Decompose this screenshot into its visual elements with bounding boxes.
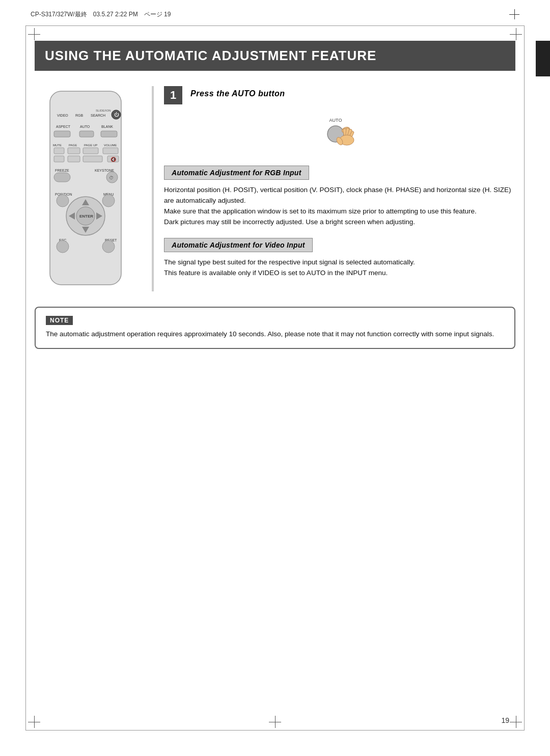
svg-rect-26	[68, 156, 80, 162]
crosshair-top-left	[28, 28, 40, 40]
svg-rect-12	[101, 131, 117, 137]
note-text: The automatic adjustment operation requi…	[46, 329, 504, 340]
page: CP-S317/327W/最終 03.5.27 2:22 PM ページ 19 U…	[0, 0, 550, 756]
svg-text:ENTER: ENTER	[79, 214, 93, 219]
rgb-section: Automatic Adjustment for RGB Input Horiz…	[164, 166, 515, 228]
svg-text:ASPECT: ASPECT	[56, 125, 71, 128]
rgb-section-header: Automatic Adjustment for RGB Input	[164, 166, 309, 180]
svg-text:⏱: ⏱	[109, 175, 114, 180]
crosshair-bottom-right	[510, 716, 522, 728]
svg-text:⏻: ⏻	[114, 112, 119, 117]
header-crosshair	[509, 9, 519, 19]
page-title: USING THE AUTOMATIC ADJUSTMENT FEATURE	[35, 41, 515, 71]
step-block: 1 Press the AUTO button	[164, 86, 515, 104]
auto-button-area: AUTO	[164, 115, 515, 155]
border-bottom	[25, 730, 525, 731]
note-box: NOTE The automatic adjustment operation …	[35, 307, 515, 349]
svg-rect-19	[68, 148, 80, 154]
svg-rect-10	[54, 131, 70, 137]
svg-rect-18	[54, 148, 64, 154]
svg-text:MUTE: MUTE	[53, 144, 62, 147]
step-title: Press the AUTO button	[190, 89, 285, 98]
svg-rect-20	[83, 148, 98, 154]
svg-rect-25	[54, 156, 64, 162]
video-section-text: The signal type best suited for the resp…	[164, 257, 515, 279]
note-label: NOTE	[46, 316, 73, 325]
page-number: 19	[501, 716, 509, 724]
svg-rect-0	[50, 91, 121, 285]
content-wrapper: VIDEO RGB SEARCH ⏻ SLIDE/ION ASPECT AUTO…	[35, 86, 515, 291]
svg-rect-27	[83, 156, 102, 162]
main-content: USING THE AUTOMATIC ADJUSTMENT FEATURE V…	[35, 41, 515, 715]
svg-text:🔇: 🔇	[111, 156, 117, 163]
crosshair-bottom-left	[28, 716, 40, 728]
svg-rect-11	[79, 131, 94, 137]
header-metadata: CP-S317/327W/最終 03.5.27 2:22 PM ページ 19	[31, 10, 171, 19]
border-top	[25, 25, 525, 26]
step-number: 1	[164, 86, 182, 104]
svg-text:RGB: RGB	[75, 114, 84, 117]
rgb-section-text: Horizontal position (H. POSIT), vertical…	[164, 185, 515, 228]
accent-block	[536, 41, 550, 76]
border-left	[25, 25, 26, 731]
svg-text:SEARCH: SEARCH	[91, 114, 105, 117]
right-content: 1 Press the AUTO button AUTO	[152, 86, 515, 291]
svg-point-44	[57, 195, 69, 207]
svg-text:SLIDE/ION: SLIDE/ION	[96, 109, 111, 112]
crosshair-top-right	[510, 28, 522, 40]
svg-text:AUTO: AUTO	[80, 125, 90, 128]
svg-text:VIDEO: VIDEO	[57, 114, 68, 117]
svg-text:PAGE UP: PAGE UP	[84, 144, 97, 147]
svg-text:BLANK: BLANK	[101, 125, 113, 128]
video-section-header: Automatic Adjustment for Video Input	[164, 238, 313, 252]
remote-area: VIDEO RGB SEARCH ⏻ SLIDE/ION ASPECT AUTO…	[35, 86, 142, 291]
svg-text:PAGE: PAGE	[69, 144, 77, 147]
crosshair-bottom-middle	[269, 716, 281, 728]
svg-point-49	[102, 240, 115, 253]
header-bar: CP-S317/327W/最終 03.5.27 2:22 PM ページ 19	[31, 9, 519, 19]
svg-text:AUTO: AUTO	[329, 118, 342, 123]
svg-rect-21	[103, 148, 118, 154]
svg-rect-32	[54, 173, 70, 182]
svg-point-48	[57, 240, 69, 253]
remote-svg: VIDEO RGB SEARCH ⏻ SLIDE/ION ASPECT AUTO…	[35, 86, 136, 290]
video-section: Automatic Adjustment for Video Input The…	[164, 238, 515, 279]
svg-text:VOLUME: VOLUME	[104, 144, 117, 147]
svg-text:FREEZE: FREEZE	[55, 169, 69, 172]
border-right	[524, 25, 525, 731]
svg-point-45	[102, 195, 115, 207]
auto-button-illustration: AUTO	[309, 115, 370, 155]
